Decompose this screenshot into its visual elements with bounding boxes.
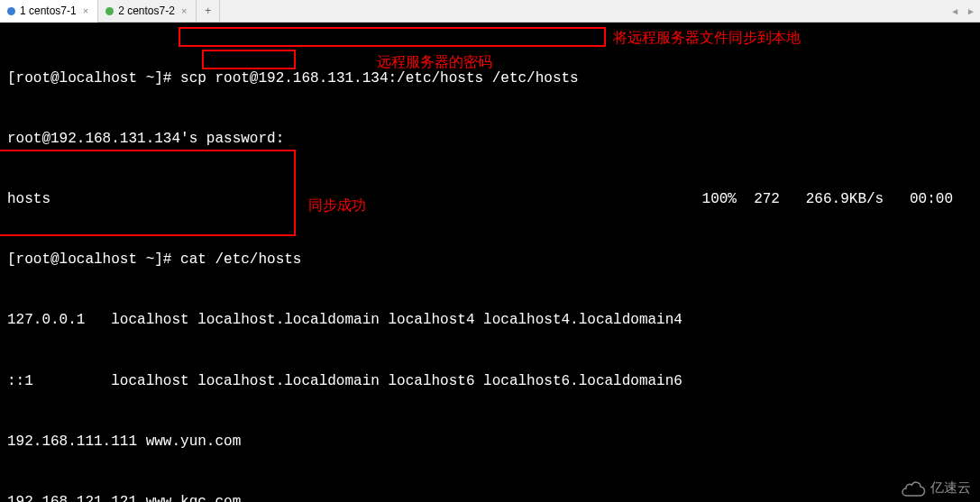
transfer-stats: 100% 272 266.9KB/s 00:00 [702, 189, 953, 209]
hosts-entry: ::1 localhost localhost.localdomain loca… [7, 373, 682, 389]
cloud-icon [900, 479, 927, 497]
watermark-text: 亿速云 [930, 478, 971, 497]
command-scp: scp root@192.168.131.134:/etc/hosts /etc… [180, 70, 579, 87]
terminal-line: [root@localhost ~]# cat /etc/hosts [7, 250, 973, 269]
file-name: hosts [7, 189, 50, 209]
command-cat: cat /etc/hosts [180, 251, 301, 268]
tab-centos7-1[interactable]: 1 centos7-1 × [0, 0, 98, 23]
tab-nav-controls: ◄ ► [948, 0, 978, 23]
annotation-scp: 将远程服务器文件同步到本地 [613, 28, 801, 48]
close-icon[interactable]: × [81, 5, 90, 16]
tab-nav-right-icon[interactable]: ► [964, 5, 978, 18]
terminal-line: 192.168.121.121 www.kgc.com [7, 492, 973, 502]
hosts-entry: 192.168.111.111 www.yun.com [7, 434, 241, 450]
tab-label: 2 centos7-2 [118, 5, 175, 17]
terminal-line: [root@localhost ~]# scp root@192.168.131… [7, 68, 973, 88]
tab-centos7-2[interactable]: 2 centos7-2 × [98, 0, 197, 23]
hosts-entry: 192.168.121.121 www.kgc.com [7, 494, 241, 502]
pw-prefix: root@192.168.131.134's [7, 131, 206, 147]
tab-label: 1 centos7-1 [20, 5, 77, 17]
password-label: password: [206, 131, 284, 147]
plus-icon: + [205, 5, 211, 17]
terminal-line: 192.168.111.111 www.yun.com [7, 432, 973, 452]
terminal-line: root@192.168.131.134's password: [7, 129, 973, 149]
new-tab-button[interactable]: + [197, 0, 220, 23]
terminal-line: hosts100% 272 266.9KB/s 00:00 [7, 189, 973, 209]
terminal-line: ::1 localhost localhost.localdomain loca… [7, 371, 973, 391]
close-icon[interactable]: × [179, 5, 188, 16]
tab-nav-left-icon[interactable]: ◄ [948, 5, 962, 18]
hosts-entry: 127.0.0.1 localhost localhost.localdomai… [7, 312, 682, 328]
status-dot-icon [105, 7, 114, 15]
status-dot-icon [7, 7, 15, 15]
watermark: 亿速云 [900, 478, 971, 497]
tab-bar: 1 centos7-1 × 2 centos7-2 × + ◄ ► [0, 0, 980, 23]
annotation-box-password [202, 50, 296, 69]
prompt: [root@localhost ~]# [7, 251, 171, 268]
annotation-box-scp [179, 27, 606, 47]
terminal-line: 127.0.0.1 localhost localhost.localdomai… [7, 310, 973, 330]
terminal[interactable]: [root@localhost ~]# scp root@192.168.131… [0, 23, 980, 502]
prompt: [root@localhost ~]# [7, 70, 171, 87]
